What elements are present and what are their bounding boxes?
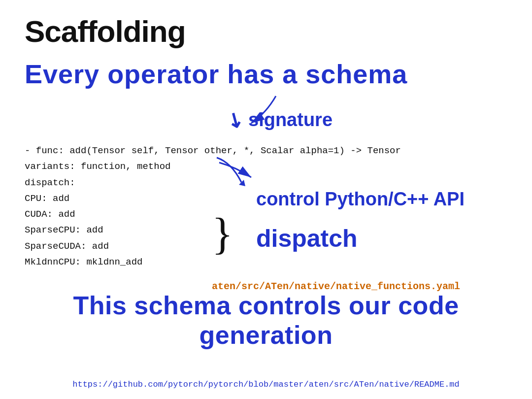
control-label: control Python/C++ API — [256, 187, 465, 211]
slide: Scaffolding Every operator has a schema … — [0, 0, 532, 399]
code-line-2: variants: function, method — [25, 159, 401, 174]
url-bar: https://github.com/pytorch/pytorch/blob/… — [15, 380, 517, 389]
slide-title: Scaffolding — [25, 15, 507, 48]
signature-label: ↙ signature — [227, 108, 332, 131]
dispatch-label: dispatch — [256, 224, 358, 253]
code-line-1: - func: add(Tensor self, Tensor other, *… — [25, 143, 401, 159]
signature-arrow: ↙ — [222, 106, 248, 134]
bottom-headline: This schema controls our code generation — [15, 291, 517, 350]
headline: Every operator has a schema — [25, 58, 507, 90]
dispatch-brace: } — [212, 212, 233, 256]
